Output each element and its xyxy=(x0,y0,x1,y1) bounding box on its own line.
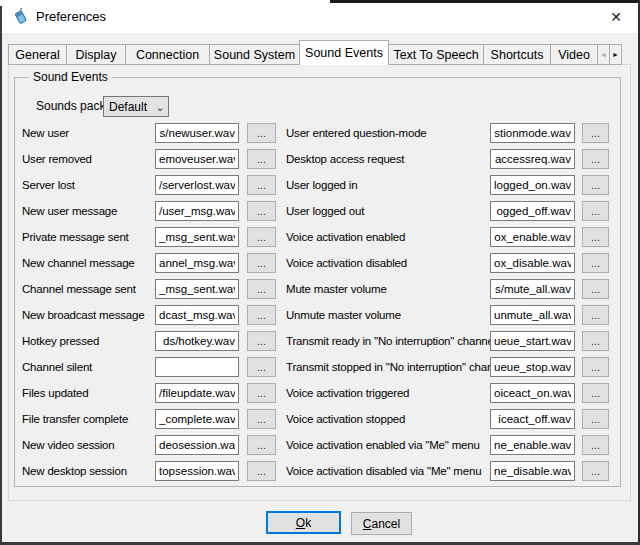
browse-button[interactable]: ... xyxy=(247,357,276,377)
tab-text-to-speech[interactable]: Text To Speech xyxy=(388,44,484,65)
browse-button[interactable]: ... xyxy=(247,461,276,481)
sound-file-input[interactable] xyxy=(155,435,239,455)
browse-button[interactable]: ... xyxy=(247,435,276,455)
browse-button[interactable]: ... xyxy=(247,175,276,195)
sound-file-input[interactable] xyxy=(490,357,575,377)
ok-button[interactable]: Ok xyxy=(266,511,341,534)
sound-file-input[interactable] xyxy=(155,279,239,299)
table-row: Mute master volume ... xyxy=(286,276,612,302)
event-label: New user message xyxy=(22,205,155,217)
browse-button[interactable]: ... xyxy=(582,175,609,195)
table-row: Hotkey pressed ... xyxy=(22,328,280,354)
tab-sound-system[interactable]: Sound System xyxy=(209,44,300,65)
browse-button[interactable]: ... xyxy=(247,331,276,351)
sound-file-input[interactable] xyxy=(490,149,575,169)
browse-button[interactable]: ... xyxy=(582,435,609,455)
browse-button[interactable]: ... xyxy=(582,253,609,273)
table-row: New user ... xyxy=(22,120,280,146)
event-label: New channel message xyxy=(22,257,155,269)
browse-button[interactable]: ... xyxy=(247,149,276,169)
sounds-pack-select[interactable]: Default ⌄ xyxy=(103,96,169,117)
table-row: New video session ... xyxy=(22,432,280,458)
browse-button[interactable]: ... xyxy=(582,279,609,299)
browse-button[interactable]: ... xyxy=(247,253,276,273)
sound-file-input[interactable] xyxy=(155,461,239,481)
sounds-pack-value: Default xyxy=(104,100,152,114)
sound-file-input[interactable] xyxy=(155,305,239,325)
sound-file-input[interactable] xyxy=(155,149,239,169)
table-row: User logged out ... xyxy=(286,198,612,224)
sound-file-input[interactable] xyxy=(490,305,575,325)
sound-file-input[interactable] xyxy=(155,383,239,403)
sound-file-input[interactable] xyxy=(155,175,239,195)
close-icon[interactable]: ✕ xyxy=(596,2,636,31)
table-row: Voice activation triggered ... xyxy=(286,380,612,406)
tab-connection[interactable]: Connection xyxy=(125,44,210,65)
event-label: Voice activation triggered xyxy=(286,387,490,399)
event-label: User logged out xyxy=(286,205,490,217)
tab-display[interactable]: Display xyxy=(66,44,126,65)
browse-button[interactable]: ... xyxy=(582,357,609,377)
browse-button[interactable]: ... xyxy=(247,305,276,325)
browse-button[interactable]: ... xyxy=(247,409,276,429)
sound-file-input[interactable] xyxy=(490,331,575,351)
sound-file-input[interactable] xyxy=(155,331,239,351)
browse-button[interactable]: ... xyxy=(247,227,276,247)
tab-scroll-right-icon[interactable]: ► xyxy=(609,44,622,65)
browse-button[interactable]: ... xyxy=(582,331,609,351)
table-row: Desktop access request ... xyxy=(286,146,612,172)
sound-file-input[interactable] xyxy=(490,227,575,247)
sound-file-input[interactable] xyxy=(490,409,575,429)
sound-file-input[interactable] xyxy=(155,253,239,273)
browse-button[interactable]: ... xyxy=(582,149,609,169)
event-label: New desktop session xyxy=(22,465,155,477)
event-label: Voice activation disabled via "Me" menu xyxy=(286,465,490,477)
table-row: Voice activation stopped ... xyxy=(286,406,612,432)
event-label: File transfer complete xyxy=(22,413,155,425)
sound-file-input[interactable] xyxy=(155,409,239,429)
browse-button[interactable]: ... xyxy=(247,201,276,221)
tab-shortcuts[interactable]: Shortcuts xyxy=(483,44,551,65)
tab-general[interactable]: General xyxy=(8,44,67,65)
tab-video[interactable]: Video xyxy=(550,44,598,65)
browse-button[interactable]: ... xyxy=(582,227,609,247)
event-label: New video session xyxy=(22,439,155,451)
sound-file-input[interactable] xyxy=(490,461,575,481)
event-label: Channel silent xyxy=(22,361,155,373)
sound-file-input[interactable] xyxy=(155,201,239,221)
sound-file-input[interactable] xyxy=(490,253,575,273)
table-row: File transfer complete ... xyxy=(22,406,280,432)
table-row: Channel message sent ... xyxy=(22,276,280,302)
browse-button[interactable]: ... xyxy=(582,461,609,481)
browse-button[interactable]: ... xyxy=(247,279,276,299)
browse-button[interactable]: ... xyxy=(247,383,276,403)
event-label: Desktop access request xyxy=(286,153,490,165)
event-label: Transmit stopped in "No interruption" ch… xyxy=(286,361,490,373)
event-label: Voice activation stopped xyxy=(286,413,490,425)
sound-file-input[interactable] xyxy=(155,123,239,143)
sound-file-input[interactable] xyxy=(155,357,239,377)
sound-file-input[interactable] xyxy=(490,175,575,195)
table-row: Unmute master volume ... xyxy=(286,302,612,328)
tab-sound-events[interactable]: Sound Events xyxy=(299,40,389,65)
browse-button[interactable]: ... xyxy=(582,383,609,403)
chevron-down-icon: ⌄ xyxy=(152,102,168,112)
sound-file-input[interactable] xyxy=(155,227,239,247)
sound-file-input[interactable] xyxy=(490,123,575,143)
table-row: Voice activation disabled via "Me" menu … xyxy=(286,458,612,484)
sound-file-input[interactable] xyxy=(490,279,575,299)
table-row: Voice activation enabled ... xyxy=(286,224,612,250)
cancel-button[interactable]: Cancel xyxy=(351,512,412,535)
table-row: New broadcast message ... xyxy=(22,302,280,328)
sound-file-input[interactable] xyxy=(490,435,575,455)
browse-button[interactable]: ... xyxy=(247,123,276,143)
browse-button[interactable]: ... xyxy=(582,201,609,221)
browse-button[interactable]: ... xyxy=(582,123,609,143)
sound-file-input[interactable] xyxy=(490,201,575,221)
event-label: Unmute master volume xyxy=(286,309,490,321)
sound-file-input[interactable] xyxy=(490,383,575,403)
event-label: Hotkey pressed xyxy=(22,335,155,347)
browse-button[interactable]: ... xyxy=(582,409,609,429)
browse-button[interactable]: ... xyxy=(582,305,609,325)
table-row: Transmit stopped in "No interruption" ch… xyxy=(286,354,612,380)
